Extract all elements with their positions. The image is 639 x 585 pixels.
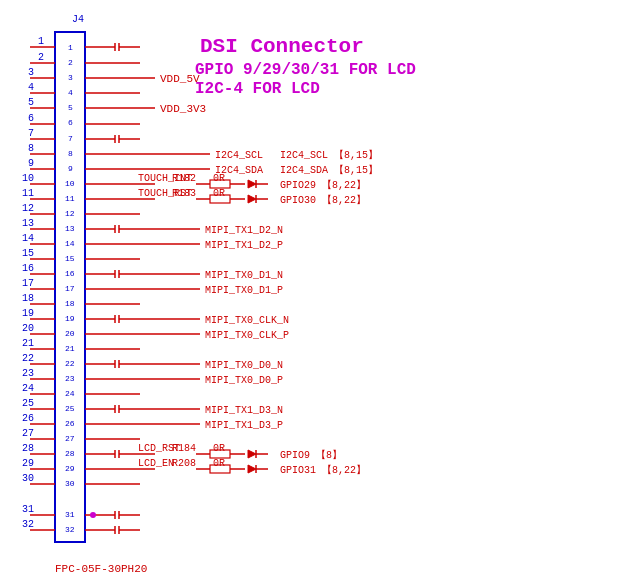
r182-val: 0R xyxy=(213,173,225,184)
inner-pin-29: 29 xyxy=(65,464,75,473)
inner-pin-7: 7 xyxy=(68,134,73,143)
right-gpio30: GPIO30 【8,22】 xyxy=(280,194,366,206)
right-i2c4sda: I2C4_SDA 【8,15】 xyxy=(280,164,378,176)
inner-pin-6: 6 xyxy=(68,118,73,127)
mipi-tx0-clkn: MIPI_TX0_CLK_N xyxy=(205,315,289,326)
pin-17-num: 17 xyxy=(22,278,34,289)
inner-pin-27: 27 xyxy=(65,434,75,443)
i2c4scl-label: I2C4_SCL xyxy=(215,150,263,161)
lcd-en-label: LCD_EN xyxy=(138,458,174,469)
mipi-tx1-d2p: MIPI_TX1_D2_P xyxy=(205,240,283,251)
pin-27-num: 27 xyxy=(22,428,34,439)
title-line1: DSI Connector xyxy=(200,35,364,58)
pin-32-num: 32 xyxy=(22,519,34,530)
r183-ref: R183 xyxy=(172,188,196,199)
pin-11-num: 11 xyxy=(22,188,34,199)
pin-1-num: 1 xyxy=(38,36,44,47)
inner-pin-24: 24 xyxy=(65,389,75,398)
title-line3: I2C-4 FOR LCD xyxy=(195,80,320,98)
pin-5-num: 5 xyxy=(28,97,34,108)
mipi-tx0-d0n: MIPI_TX0_D0_N xyxy=(205,360,283,371)
right-i2c4scl: I2C4_SCL 【8,15】 xyxy=(280,149,378,161)
inner-pin-11: 11 xyxy=(65,194,75,203)
r183-val: 0R xyxy=(213,188,225,199)
pin-28-num: 28 xyxy=(22,443,34,454)
pin-26-num: 26 xyxy=(22,413,34,424)
r208-ref: R208 xyxy=(172,458,196,469)
svg-marker-38 xyxy=(248,195,256,203)
svg-marker-30 xyxy=(248,180,256,188)
r184-val: 0R xyxy=(213,443,225,454)
pin-18-num: 18 xyxy=(22,293,34,304)
inner-pin-17: 17 xyxy=(65,284,75,293)
schematic: J4 DSI Connector GPIO 9/29/30/31 FOR LCD… xyxy=(0,0,639,585)
vdd3v3-label: VDD_3V3 xyxy=(160,103,206,115)
component-ref: J4 xyxy=(72,14,84,25)
mipi-tx1-d2n: MIPI_TX1_D2_N xyxy=(205,225,283,236)
inner-pin-10: 10 xyxy=(65,179,75,188)
pin-23-num: 23 xyxy=(22,368,34,379)
mipi-tx0-d1n: MIPI_TX0_D1_N xyxy=(205,270,283,281)
pin-25-num: 25 xyxy=(22,398,34,409)
pin-13-num: 13 xyxy=(22,218,34,229)
title-line2: GPIO 9/29/30/31 FOR LCD xyxy=(195,61,416,79)
pin-31-num: 31 xyxy=(22,504,34,515)
inner-pin-28: 28 xyxy=(65,449,75,458)
pin-6-num: 6 xyxy=(28,113,34,124)
right-gpio29: GPIO29 【8,22】 xyxy=(280,179,366,191)
inner-pin-32: 32 xyxy=(65,525,75,534)
r208-val: 0R xyxy=(213,458,225,469)
inner-pin-22: 22 xyxy=(65,359,75,368)
inner-pin-16: 16 xyxy=(65,269,75,278)
pin-10-num: 10 xyxy=(22,173,34,184)
inner-pin-15: 15 xyxy=(65,254,75,263)
inner-pin-18: 18 xyxy=(65,299,75,308)
right-gpio31: GPIO31 【8,22】 xyxy=(280,464,366,476)
inner-pin-5: 5 xyxy=(68,103,73,112)
vdd5v-label: VDD_5V xyxy=(160,73,200,85)
pin-12-num: 12 xyxy=(22,203,34,214)
mipi-tx1-d3p: MIPI_TX1_D3_P xyxy=(205,420,283,431)
pin-9-num: 9 xyxy=(28,158,34,169)
pin-22-num: 22 xyxy=(22,353,34,364)
pin-16-num: 16 xyxy=(22,263,34,274)
inner-pin-30: 30 xyxy=(65,479,75,488)
svg-marker-104 xyxy=(248,465,256,473)
inner-pin-19: 19 xyxy=(65,314,75,323)
footprint-label: FPC-05F-30PH20 xyxy=(55,563,147,575)
pin-8-num: 8 xyxy=(28,143,34,154)
mipi-tx0-clkp: MIPI_TX0_CLK_P xyxy=(205,330,289,341)
inner-pin-8: 8 xyxy=(68,149,73,158)
mipi-tx1-d3n: MIPI_TX1_D3_N xyxy=(205,405,283,416)
r184-ref: R184 xyxy=(172,443,196,454)
inner-pin-1: 1 xyxy=(68,43,73,52)
pin-2-num: 2 xyxy=(38,52,44,63)
inner-pin-20: 20 xyxy=(65,329,75,338)
inner-pin-13: 13 xyxy=(65,224,75,233)
pin-19-num: 19 xyxy=(22,308,34,319)
inner-pin-25: 25 xyxy=(65,404,75,413)
inner-pin-23: 23 xyxy=(65,374,75,383)
mipi-tx0-d0p: MIPI_TX0_D0_P xyxy=(205,375,283,386)
inner-pin-12: 12 xyxy=(65,209,75,218)
r182-ref: R182 xyxy=(172,173,196,184)
pin-7-num: 7 xyxy=(28,128,34,139)
inner-pin-9: 9 xyxy=(68,164,73,173)
inner-pin-2: 2 xyxy=(68,58,73,67)
pin-30-num: 30 xyxy=(22,473,34,484)
pin-20-num: 20 xyxy=(22,323,34,334)
pin-21-num: 21 xyxy=(22,338,34,349)
inner-pin-31: 31 xyxy=(65,510,75,519)
pin-15-num: 15 xyxy=(22,248,34,259)
pin-3-num: 3 xyxy=(28,67,34,78)
svg-point-111 xyxy=(90,512,96,518)
inner-pin-4: 4 xyxy=(68,88,73,97)
pin-4-num: 4 xyxy=(28,82,34,93)
inner-pin-3: 3 xyxy=(68,73,73,82)
pin-14-num: 14 xyxy=(22,233,34,244)
mipi-tx0-d1p: MIPI_TX0_D1_P xyxy=(205,285,283,296)
inner-pin-14: 14 xyxy=(65,239,75,248)
inner-pin-21: 21 xyxy=(65,344,75,353)
pin-29-num: 29 xyxy=(22,458,34,469)
svg-marker-96 xyxy=(248,450,256,458)
